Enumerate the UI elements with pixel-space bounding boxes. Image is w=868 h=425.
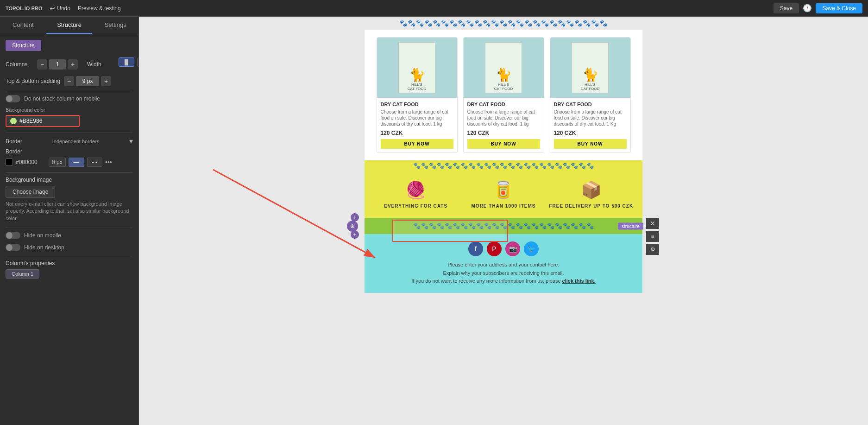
hide-desktop-knob bbox=[6, 244, 13, 251]
buy-button-1[interactable]: BUY NOW bbox=[381, 139, 453, 149]
border-px-value: 0 px bbox=[49, 158, 66, 167]
canvas-inner: 🐾🐾🐾🐾🐾🐾🐾🐾🐾🐾🐾🐾🐾🐾🐾🐾🐾🐾🐾🐾🐾🐾🐾🐾🐾 🐈 HILL'SCAT FO… bbox=[139, 17, 868, 425]
panel-action-1[interactable]: ≡ bbox=[646, 231, 659, 242]
columns-value[interactable] bbox=[49, 59, 66, 70]
border-expand-icon[interactable]: ▾ bbox=[129, 137, 133, 146]
tab-structure[interactable]: Structure bbox=[46, 17, 93, 34]
social-line-1: Please enter your address and your conta… bbox=[372, 261, 635, 269]
background-image-label: Background image bbox=[6, 177, 133, 183]
product-info-3: DRY CAT FOOD Choose from a large range o… bbox=[550, 98, 630, 152]
hide-desktop-toggle[interactable] bbox=[6, 244, 20, 251]
product-title-3: DRY CAT FOOD bbox=[554, 101, 627, 107]
padding-stepper: − + bbox=[64, 76, 111, 86]
padding-decrement[interactable]: − bbox=[64, 76, 74, 86]
sidebar-content: Structure Columns − + Width ▐▌ ▬ bbox=[0, 34, 138, 425]
top-paw-strip: 🐾🐾🐾🐾🐾🐾🐾🐾🐾🐾🐾🐾🐾🐾🐾🐾🐾🐾🐾🐾🐾🐾🐾🐾🐾 bbox=[365, 17, 642, 30]
save-close-button[interactable]: Save & Close bbox=[816, 3, 862, 13]
background-color-input[interactable] bbox=[19, 118, 57, 124]
top-bar-left: TOPOL.IO PRO ↩ Undo Preview & testing bbox=[6, 5, 121, 12]
feature-item-2: 🥫 MORE THAN 1000 ITEMS bbox=[459, 180, 547, 209]
border-style-dashed[interactable]: - - bbox=[87, 158, 102, 167]
background-color-label: Background color bbox=[6, 107, 133, 113]
feature-label-2: MORE THAN 1000 ITEMS bbox=[459, 203, 547, 209]
width-selector: ▐▌ ▬ bbox=[119, 57, 139, 67]
product-price-3: 120 CZK bbox=[554, 130, 627, 136]
product-img-1: 🐈 HILL'SCAT FOOD bbox=[377, 38, 457, 98]
history-icon[interactable]: 🕐 bbox=[803, 4, 812, 13]
background-image-info: Not every e-mail client can show backgro… bbox=[6, 201, 133, 222]
preview-button[interactable]: Preview & testing bbox=[78, 5, 121, 12]
width-center[interactable]: ▐▌ bbox=[119, 57, 134, 67]
border-color-swatch[interactable] bbox=[6, 159, 13, 166]
padding-increment[interactable]: + bbox=[101, 76, 111, 86]
columns-label: Columns bbox=[6, 61, 33, 68]
can-icon: 🥫 bbox=[459, 180, 547, 200]
border-row-label: Border bbox=[6, 148, 133, 155]
background-color-section: Background color bbox=[6, 107, 133, 127]
facebook-icon[interactable]: f bbox=[468, 241, 483, 256]
structure-button[interactable]: Structure bbox=[6, 40, 41, 51]
padding-label: Top & Bottom padding bbox=[6, 78, 60, 84]
drag-handle[interactable]: ⊕ bbox=[347, 221, 358, 232]
close-panel-button[interactable]: ✕ bbox=[646, 218, 659, 229]
buy-button-3[interactable]: BUY NOW bbox=[554, 139, 627, 149]
top-bar: TOPOL.IO PRO ↩ Undo Preview & testing Sa… bbox=[0, 0, 868, 17]
columns-row: Columns − + Width ▐▌ ▬ bbox=[6, 57, 133, 71]
plus-bottom: + bbox=[351, 230, 359, 239]
unsubscribe-link[interactable]: click this link. bbox=[562, 278, 596, 284]
email-template: 🐾🐾🐾🐾🐾🐾🐾🐾🐾🐾🐾🐾🐾🐾🐾🐾🐾🐾🐾🐾🐾🐾🐾🐾🐾 🐈 HILL'SCAT FO… bbox=[365, 17, 642, 293]
hide-desktop-label: Hide on desktop bbox=[24, 244, 64, 251]
product-desc-2: Choose from a large range of cat food on… bbox=[467, 109, 540, 127]
feature-item-3: 📦 FREE DELIVERY UP TO 500 CZK bbox=[547, 180, 635, 209]
product-price-1: 120 CZK bbox=[381, 130, 453, 136]
columns-decrement[interactable]: − bbox=[37, 59, 47, 70]
app-logo: TOPOL.IO PRO bbox=[6, 6, 42, 11]
columns-increment[interactable]: + bbox=[68, 59, 78, 70]
product-desc-3: Choose from a large range of cat food on… bbox=[554, 109, 627, 127]
border-style-solid[interactable]: — bbox=[69, 158, 84, 167]
box-icon: 📦 bbox=[547, 180, 635, 200]
product-info-2: DRY CAT FOOD Choose from a large range o… bbox=[464, 98, 544, 152]
column-1-tag[interactable]: Column 1 bbox=[6, 269, 39, 279]
undo-icon: ↩ bbox=[50, 5, 55, 12]
choose-image-button[interactable]: Choose image bbox=[6, 186, 55, 198]
border-sub-label: Border bbox=[6, 148, 22, 155]
border-color-value: #000000 bbox=[16, 159, 46, 165]
product-title-1: DRY CAT FOOD bbox=[381, 101, 453, 107]
background-color-field[interactable] bbox=[6, 115, 80, 127]
hide-mobile-label: Hide on mobile bbox=[24, 232, 61, 239]
border-section: Border Independent borders ▾ Border #000… bbox=[6, 137, 133, 167]
instagram-icon[interactable]: 📷 bbox=[505, 241, 520, 256]
buy-button-2[interactable]: BUY NOW bbox=[467, 139, 540, 149]
panel-action-2[interactable]: ⚙ bbox=[646, 244, 659, 255]
social-line-3: If you do not want to receive any more i… bbox=[372, 277, 635, 285]
sidebar: Content Structure Settings Structure Col… bbox=[0, 17, 139, 425]
product-img-3: 🐈 HILL'SCAT FOOD bbox=[550, 38, 630, 98]
yarn-icon: 🧶 bbox=[372, 180, 459, 200]
pinterest-icon[interactable]: P bbox=[487, 241, 502, 256]
undo-button[interactable]: ↩ Undo bbox=[50, 5, 70, 12]
no-stack-label: Do not stack column on mobile bbox=[24, 95, 100, 102]
border-header: Border Independent borders ▾ bbox=[6, 137, 133, 146]
background-color-swatch bbox=[10, 118, 17, 124]
add-below-button[interactable]: + bbox=[351, 230, 359, 239]
column-properties-label: Column's properties bbox=[6, 260, 133, 266]
feature-section: 🧶 EVERYTHING FOR CATS 🥫 MORE THAN 1000 I… bbox=[365, 171, 642, 218]
sidebar-tabs: Content Structure Settings bbox=[0, 17, 138, 34]
no-stack-toggle[interactable] bbox=[6, 95, 20, 102]
width-center-icon: ▐▌ bbox=[123, 59, 130, 65]
padding-value[interactable] bbox=[76, 76, 99, 86]
product-section: 🐈 HILL'SCAT FOOD DRY CAT FOOD Choose fro… bbox=[365, 30, 642, 160]
tab-settings[interactable]: Settings bbox=[92, 17, 138, 34]
column-properties-section: Column's properties Column 1 bbox=[6, 260, 133, 279]
save-button[interactable]: Save bbox=[774, 3, 799, 13]
social-line-2: Explain why your subscribers are receivi… bbox=[372, 269, 635, 278]
tab-content[interactable]: Content bbox=[0, 17, 46, 34]
background-image-section: Background image Choose image Not every … bbox=[6, 177, 133, 222]
twitter-icon[interactable]: 🐦 bbox=[524, 241, 539, 256]
no-stack-row: Do not stack column on mobile bbox=[6, 95, 133, 102]
hide-mobile-toggle[interactable] bbox=[6, 232, 20, 239]
product-img-2: 🐈 HILL'SCAT FOOD bbox=[464, 38, 544, 98]
border-more-btn[interactable]: ••• bbox=[105, 159, 112, 166]
hide-desktop-row: Hide on desktop bbox=[6, 244, 133, 251]
